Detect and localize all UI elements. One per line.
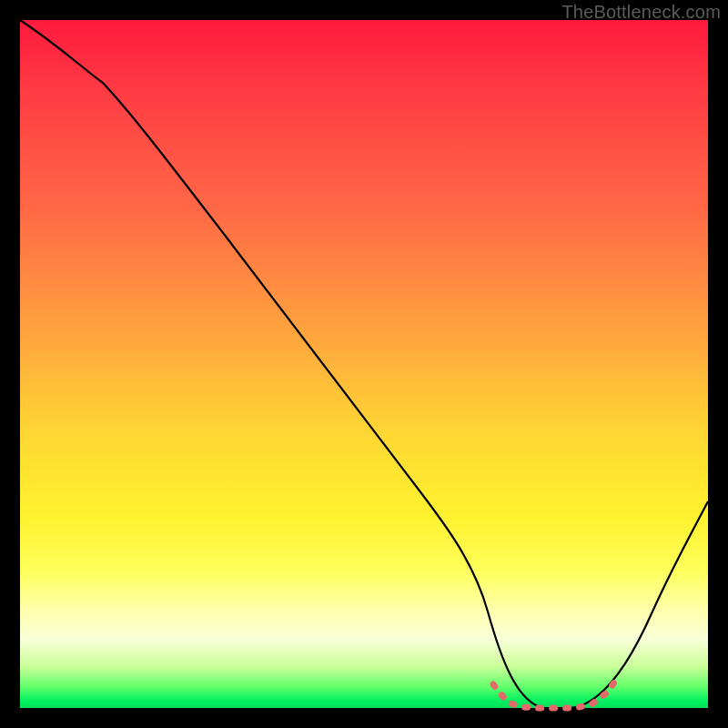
plot-area <box>20 20 708 708</box>
chart-frame: TheBottleneck.com <box>0 0 728 728</box>
optimal-range-marker <box>493 679 617 708</box>
bottleneck-curve <box>20 20 708 708</box>
watermark-text: TheBottleneck.com <box>561 2 721 23</box>
curve-layer <box>20 20 708 708</box>
